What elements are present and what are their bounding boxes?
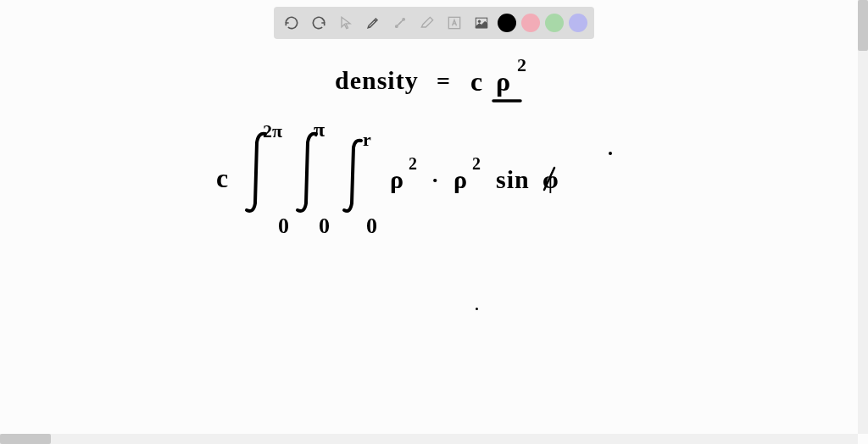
color-purple[interactable] [569,14,587,32]
limit-r: r [363,129,371,151]
hand-rho1: ρ [496,66,510,97]
stray-dot-1 [608,151,613,156]
integral-1 [242,127,275,220]
color-pink[interactable] [521,14,540,32]
drawing-canvas[interactable]: density = c ρ 2 c 2π 0 π 0 r 0 ρ 2 · ρ 2… [0,0,858,434]
vertical-scrollbar[interactable] [858,0,868,434]
tools-icon [392,14,409,31]
hand-density: density [335,66,419,95]
hand-exp2: 2 [409,154,417,174]
config-tool-button[interactable] [389,12,411,34]
limit-zero-2: 0 [319,214,330,239]
redo-icon [310,14,327,31]
eraser-tool-button[interactable] [416,12,438,34]
hand-exp3: 2 [472,154,481,174]
color-black[interactable] [498,14,516,32]
hand-rho3: ρ [453,165,467,194]
pen-icon [364,14,381,31]
redo-button[interactable] [308,12,330,34]
text-icon [446,14,463,31]
svg-point-6 [476,308,478,310]
hand-phi: φ [542,165,559,194]
horizontal-scrollbar[interactable] [0,434,858,444]
pen-tool-button[interactable] [362,12,384,34]
horizontal-scrollbar-thumb[interactable] [0,434,51,444]
hand-dot: · [432,168,438,193]
text-tool-button[interactable] [443,12,465,34]
phi-strike [539,164,559,195]
vertical-scrollbar-thumb[interactable] [858,0,868,51]
stray-dot-2 [475,307,479,311]
undo-button[interactable] [281,12,303,34]
image-tool-button[interactable] [470,12,492,34]
image-icon [473,14,490,31]
drawing-toolbar [274,7,594,39]
undo-icon [283,14,300,31]
limit-pi: π [314,119,325,142]
pointer-icon [337,14,354,31]
limit-zero-1: 0 [278,214,289,239]
integral-2 [292,127,326,220]
limit-2pi: 2π [263,120,282,142]
svg-point-4 [478,20,481,22]
hand-underline [492,97,526,104]
pointer-tool-button[interactable] [335,12,357,34]
eraser-icon [419,14,436,31]
color-green[interactable] [545,14,564,32]
hand-sin: sin [496,165,530,194]
limit-zero-3: 0 [366,214,377,239]
integral-3 [339,134,370,219]
hand-c-prefix: c [216,163,228,194]
hand-exp1: 2 [517,54,526,76]
svg-point-5 [609,152,612,155]
hand-c1: c [470,66,482,97]
hand-rho2: ρ [390,165,403,194]
hand-eq: = [437,68,450,95]
